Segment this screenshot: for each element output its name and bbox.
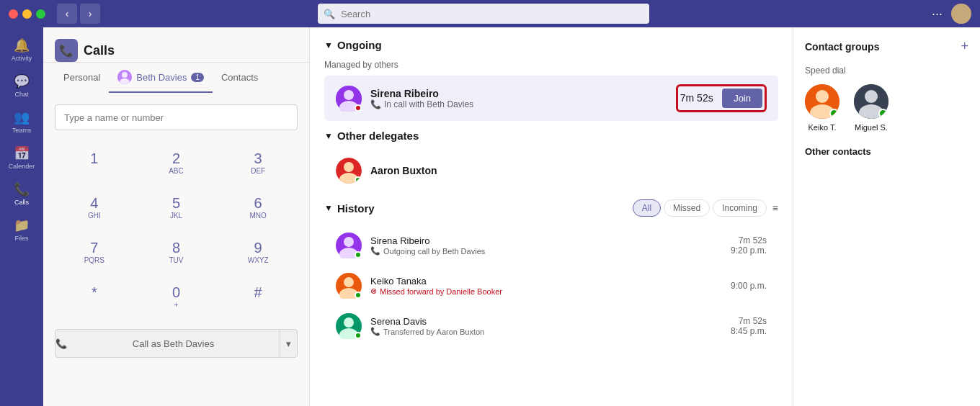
delegates-collapse-arrow[interactable]: ▼	[324, 131, 333, 141]
titlebar-right: ···	[932, 4, 971, 24]
minimize-dot[interactable]	[22, 9, 32, 19]
history-item-serena: Serena Davis 📞 Transferred by Aaron Buxt…	[324, 306, 778, 346]
history-name-serena: Serena Davis	[370, 316, 722, 327]
status-dot-speed-keiko	[829, 109, 839, 118]
history-name-keiko: Keiko Tanaka	[370, 276, 722, 287]
svg-point-0	[957, 6, 966, 15]
dial-key-7[interactable]: 7PQRS	[55, 231, 134, 273]
nav-buttons: ‹ ›	[57, 4, 100, 24]
nav-back-button[interactable]: ‹	[57, 4, 77, 24]
speed-dial-avatar-miguel	[854, 84, 888, 119]
filter-tab-missed[interactable]: Missed	[664, 199, 710, 217]
app-container: 🔔 Activity 💬 Chat 👥 Teams 📅 Calender 📞 C…	[0, 27, 980, 406]
search-icon: 🔍	[324, 9, 335, 19]
dialpad-area: 1 2ABC 3DEF 4GHI 5JKL 6MNO 7PQRS 8TUV 9W…	[43, 93, 309, 406]
close-dot[interactable]	[9, 9, 18, 19]
dial-key-hash[interactable]: #	[218, 276, 298, 317]
search-input[interactable]	[318, 4, 649, 24]
dial-key-4[interactable]: 4GHI	[55, 186, 134, 228]
ongoing-call-card: Sirena Ribeiro 📞 In call with Beth Davie…	[324, 76, 778, 121]
delegate-card-aaron: Aaron Buxton	[324, 150, 778, 191]
center-panel: ▼ Ongoing Managed by others Sirena Ribei…	[310, 27, 793, 406]
calls-title: Calls	[84, 43, 115, 58]
delegate-name-aaron: Aaron Buxton	[370, 165, 437, 176]
history-filter-tabs: All Missed Incoming	[633, 199, 767, 217]
tab-contacts-label: Contacts	[221, 72, 258, 83]
sidebar-more-icon[interactable]: ···	[10, 401, 32, 406]
sidebar: 🔔 Activity 💬 Chat 👥 Teams 📅 Calender 📞 C…	[0, 27, 43, 406]
status-dot-sirena	[355, 104, 362, 112]
dialpad: 1 2ABC 3DEF 4GHI 5JKL 6MNO 7PQRS 8TUV 9W…	[55, 142, 298, 317]
left-panel: 📞 Calls Personal Beth Davies 1 Contacts …	[43, 27, 310, 406]
dial-key-2[interactable]: 2ABC	[137, 142, 216, 184]
history-sub-serena: 📞 Transferred by Aaron Buxton	[370, 327, 722, 336]
sidebar-label-activity: Activity	[12, 55, 32, 62]
history-collapse-arrow[interactable]: ▼	[324, 203, 333, 213]
history-meta-keiko: 9:00 p.m.	[731, 281, 767, 291]
dial-key-star[interactable]: *	[55, 276, 134, 317]
sidebar-label-teams: Teams	[12, 127, 32, 134]
transferred-icon: 📞	[370, 327, 380, 336]
tab-bar: Personal Beth Davies 1 Contacts	[43, 63, 309, 93]
speed-dial-keiko[interactable]: Keiko T.	[805, 84, 839, 132]
sidebar-label-calendar: Calender	[9, 163, 35, 170]
history-title: ▼ History	[324, 202, 627, 215]
history-section-header: ▼ History All Missed Incoming ≡	[324, 199, 778, 217]
tab-personal[interactable]: Personal	[55, 65, 109, 91]
nav-forward-button[interactable]: ›	[80, 4, 100, 24]
ongoing-section-header: ▼ Ongoing	[324, 39, 778, 51]
maximize-dot[interactable]	[36, 9, 45, 19]
tab-beth[interactable]: Beth Davies 1	[109, 63, 213, 93]
calls-app-icon: 📞	[55, 39, 78, 62]
files-icon: 📁	[14, 217, 30, 233]
join-button[interactable]: Join	[722, 89, 762, 108]
sidebar-item-calls[interactable]: 📞 Calls	[4, 177, 40, 210]
call-as-button[interactable]: 📞 Call as Beth Davies ▾	[55, 329, 298, 358]
filter-tab-all[interactable]: All	[633, 199, 661, 217]
name-number-input[interactable]	[55, 104, 298, 130]
sidebar-item-calendar[interactable]: 📅 Calender	[4, 141, 40, 174]
ongoing-call-info: Sirena Ribeiro 📞 In call with Beth Davie…	[370, 88, 667, 109]
status-dot-speed-miguel	[878, 109, 888, 118]
sidebar-item-chat[interactable]: 💬 Chat	[4, 69, 40, 102]
dial-key-1[interactable]: 1	[55, 142, 134, 184]
outgoing-icon: 📞	[370, 246, 380, 256]
ongoing-call-name: Sirena Ribeiro	[370, 88, 667, 99]
history-meta-sirena: 7m 52s 9:20 p.m.	[731, 235, 767, 256]
other-contacts-title: Other contacts	[805, 146, 968, 157]
ongoing-collapse-arrow[interactable]: ▼	[324, 40, 333, 50]
history-sub-keiko: ⊗ Missed forward by Danielle Booker	[370, 287, 722, 296]
tab-beth-label: Beth Davies	[136, 72, 187, 83]
tab-contacts[interactable]: Contacts	[213, 65, 267, 91]
dial-key-9[interactable]: 9WXYZ	[218, 231, 298, 273]
user-avatar-titlebar[interactable]	[951, 4, 971, 24]
filter-tab-incoming[interactable]: Incoming	[713, 199, 767, 217]
call-button-label: Call as Beth Davies	[73, 338, 274, 349]
managed-by-label: Managed by others	[324, 60, 778, 70]
teams-icon: 👥	[14, 109, 30, 125]
contact-groups-header: Contact groups +	[805, 39, 968, 54]
add-contact-group-button[interactable]: +	[961, 39, 968, 54]
tab-personal-label: Personal	[63, 72, 100, 83]
sidebar-label-files: Files	[14, 235, 28, 242]
more-options-icon[interactable]: ···	[932, 6, 943, 22]
sidebar-item-activity[interactable]: 🔔 Activity	[4, 33, 40, 66]
svg-point-12	[344, 237, 354, 247]
main-content: ▼ Ongoing Managed by others Sirena Ribei…	[310, 27, 980, 406]
call-icon: 📞	[55, 338, 67, 349]
history-duration-serena: 7m 52s	[731, 316, 767, 326]
dial-key-8[interactable]: 8TUV	[137, 231, 216, 273]
speed-dial-name-miguel: Miguel S.	[855, 123, 888, 132]
history-time-sirena: 9:20 p.m.	[731, 245, 767, 256]
speed-dial-grid: Keiko T. Miguel S.	[805, 84, 968, 132]
speed-dial-miguel[interactable]: Miguel S.	[854, 84, 888, 132]
sidebar-item-files[interactable]: 📁 Files	[4, 213, 40, 246]
dial-key-0[interactable]: 0+	[137, 276, 216, 317]
svg-point-1	[954, 16, 968, 24]
sidebar-item-teams[interactable]: 👥 Teams	[4, 105, 40, 138]
call-dropdown-icon[interactable]: ▾	[280, 330, 297, 357]
dial-key-3[interactable]: 3DEF	[218, 142, 298, 184]
dial-key-5[interactable]: 5JKL	[137, 186, 216, 228]
dial-key-6[interactable]: 6MNO	[218, 186, 298, 228]
history-filter-icon[interactable]: ≡	[772, 202, 778, 214]
